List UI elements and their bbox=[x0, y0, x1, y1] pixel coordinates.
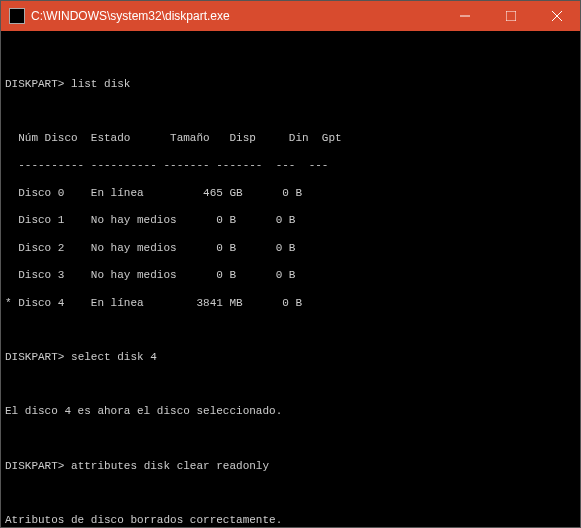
window-title: C:\WINDOWS\system32\diskpart.exe bbox=[31, 9, 442, 23]
disk-row: Disco 0 En línea 465 GB 0 B bbox=[5, 187, 576, 201]
maximize-icon bbox=[506, 11, 516, 21]
prompt: DISKPART> bbox=[5, 351, 64, 363]
message: Atributos de disco borrados correctament… bbox=[5, 514, 576, 527]
command: list disk bbox=[71, 78, 130, 90]
cmd-line: DISKPART> select disk 4 bbox=[5, 351, 576, 365]
command: attributes disk clear readonly bbox=[71, 460, 269, 472]
svg-rect-1 bbox=[506, 11, 516, 21]
minimize-icon bbox=[460, 11, 470, 21]
console-window: C:\WINDOWS\system32\diskpart.exe DISKPAR… bbox=[0, 0, 581, 528]
console-output[interactable]: DISKPART> list disk Núm Disco Estado Tam… bbox=[1, 31, 580, 527]
disk-row: * Disco 4 En línea 3841 MB 0 B bbox=[5, 297, 576, 311]
prompt: DISKPART> bbox=[5, 78, 64, 90]
disk-header: Núm Disco Estado Tamaño Disp Din Gpt bbox=[5, 132, 576, 146]
command: select disk 4 bbox=[71, 351, 157, 363]
window-controls bbox=[442, 1, 580, 31]
app-icon bbox=[9, 8, 25, 24]
disk-row: Disco 1 No hay medios 0 B 0 B bbox=[5, 214, 576, 228]
disk-row: Disco 2 No hay medios 0 B 0 B bbox=[5, 242, 576, 256]
minimize-button[interactable] bbox=[442, 1, 488, 31]
message: El disco 4 es ahora el disco seleccionad… bbox=[5, 405, 576, 419]
close-button[interactable] bbox=[534, 1, 580, 31]
disk-sep: ---------- ---------- ------- ------- --… bbox=[5, 159, 576, 173]
cmd-line: DISKPART> attributes disk clear readonly bbox=[5, 460, 576, 474]
maximize-button[interactable] bbox=[488, 1, 534, 31]
close-icon bbox=[552, 11, 562, 21]
disk-row: Disco 3 No hay medios 0 B 0 B bbox=[5, 269, 576, 283]
prompt: DISKPART> bbox=[5, 460, 64, 472]
titlebar[interactable]: C:\WINDOWS\system32\diskpart.exe bbox=[1, 1, 580, 31]
cmd-line: DISKPART> list disk bbox=[5, 78, 576, 92]
